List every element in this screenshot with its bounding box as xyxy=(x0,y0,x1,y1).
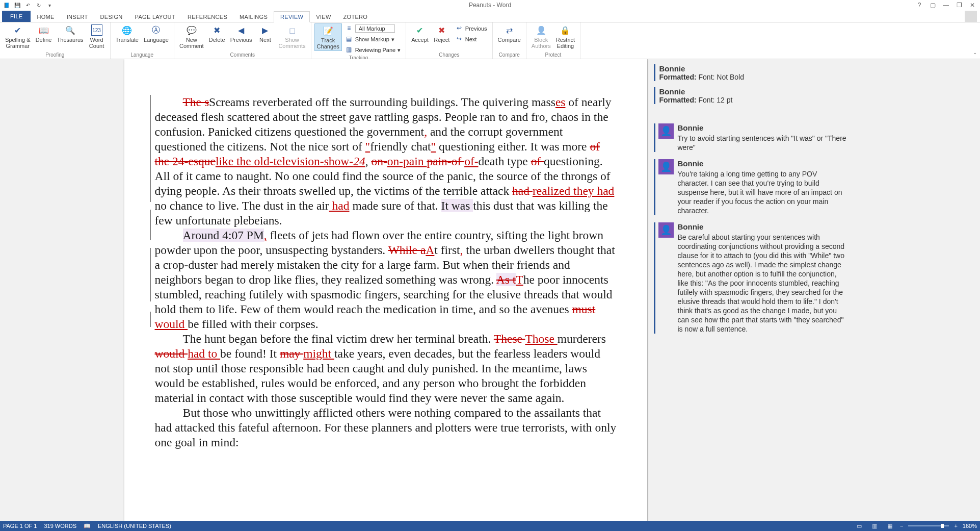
format-change[interactable]: Bonnie Formatted: Font: 12 pt xyxy=(654,87,848,104)
web-layout-button[interactable]: ▦ xyxy=(885,522,895,530)
count-icon: 123 xyxy=(91,24,102,36)
avatar-icon: 👤 xyxy=(658,159,674,174)
change-bar xyxy=(150,95,151,202)
previous-comment-button[interactable]: ◀ Previous xyxy=(228,23,254,44)
word-count-button[interactable]: 123 Word Count xyxy=(87,23,107,50)
document-page[interactable]: The sScreams reverberated off the surrou… xyxy=(124,59,647,521)
track-icon: 📝 xyxy=(323,25,334,36)
group-tracking: 📝 Track Changes ≡All Markup ▤Show Markup… xyxy=(311,22,407,59)
reject-button[interactable]: ✖ Reject xyxy=(432,23,452,44)
zoom-in-button[interactable]: + xyxy=(954,523,957,529)
delete-icon: ✖ xyxy=(211,24,223,36)
prev-change-icon: ↩ xyxy=(455,24,463,32)
zoom-out-button[interactable]: − xyxy=(900,523,903,529)
qat-customize[interactable]: ▾ xyxy=(45,1,54,10)
group-proofing: ✔ Spelling & Grammar 📖 Define 🔍 Thesauru… xyxy=(0,22,111,59)
save-button[interactable]: 💾 xyxy=(13,1,22,10)
ribbon-tabs: FILE HOME INSERT DESIGN PAGE LAYOUT REFE… xyxy=(0,10,980,22)
redo-button[interactable]: ↻ xyxy=(34,1,43,10)
next-change-button[interactable]: ↪Next xyxy=(453,34,489,44)
title-bar: 📘 💾 ↶ ↻ ▾ Peanuts - Word ? ▢ — ❐ ✕ xyxy=(0,0,980,10)
show-comments-button[interactable]: ◻ Show Comments xyxy=(276,23,307,50)
show-markup-button[interactable]: ▤Show Markup ▾ xyxy=(343,34,403,44)
page-count[interactable]: PAGE 1 OF 1 xyxy=(3,523,37,529)
language-icon: Ⓐ xyxy=(150,24,162,36)
restrict-editing-button[interactable]: 🔒 Restrict Editing xyxy=(554,23,577,50)
accept-icon: ✔ xyxy=(414,24,426,36)
track-changes-button[interactable]: 📝 Track Changes xyxy=(314,23,342,51)
help-button[interactable]: ? xyxy=(915,1,924,10)
thesaurus-button[interactable]: 🔍 Thesaurus xyxy=(55,23,86,44)
group-language: 🌐 Translate Ⓐ Language Language xyxy=(111,22,174,59)
showmarkup-icon: ▤ xyxy=(345,35,353,43)
tab-review[interactable]: REVIEW xyxy=(274,11,310,22)
collapse-ribbon-button[interactable]: ⌃ xyxy=(973,52,977,58)
next-change-icon: ↪ xyxy=(455,35,463,43)
change-bar xyxy=(150,210,151,240)
tab-insert[interactable]: INSERT xyxy=(61,12,94,22)
group-protect: 👤 Block Authors 🔒 Restrict Editing Prote… xyxy=(526,22,580,59)
zoom-level[interactable]: 160% xyxy=(963,523,977,529)
accept-button[interactable]: ✔ Accept xyxy=(409,23,431,44)
define-button[interactable]: 📖 Define xyxy=(34,23,54,44)
prev-change-button[interactable]: ↩Previous xyxy=(453,23,489,34)
tab-view[interactable]: VIEW xyxy=(310,12,337,22)
change-bar xyxy=(150,248,151,301)
block-icon: 👤 xyxy=(536,24,547,36)
ribbon: ✔ Spelling & Grammar 📖 Define 🔍 Thesauru… xyxy=(0,22,980,59)
print-layout-button[interactable]: ▥ xyxy=(869,522,880,530)
word-count-status[interactable]: 319 WORDS xyxy=(44,523,76,529)
user-avatar[interactable] xyxy=(965,11,977,22)
block-authors-button[interactable]: 👤 Block Authors xyxy=(529,23,553,50)
avatar-icon: 👤 xyxy=(658,222,674,238)
language-status[interactable]: ENGLISH (UNITED STATES) xyxy=(98,523,171,529)
tab-references[interactable]: REFERENCES xyxy=(181,12,233,22)
zoom-slider[interactable] xyxy=(908,525,949,526)
spelling-grammar-button[interactable]: ✔ Spelling & Grammar xyxy=(3,23,33,50)
ribbon-display-button[interactable]: ▢ xyxy=(928,1,937,10)
window-title: Peanuts - Word xyxy=(469,2,511,9)
undo-button[interactable]: ↶ xyxy=(23,1,33,10)
document-area: The sScreams reverberated off the surrou… xyxy=(0,59,980,521)
zoom-thumb[interactable] xyxy=(941,524,944,528)
group-comments: 💬 New Comment ✖ Delete ◀ Previous ▶ Next… xyxy=(174,22,311,59)
lock-icon: 🔒 xyxy=(560,24,571,36)
format-change[interactable]: Bonnie Formatted: Font: Not Bold xyxy=(654,64,848,81)
compare-icon: ⇄ xyxy=(504,24,515,36)
status-bar: PAGE 1 OF 1 319 WORDS 📖 ENGLISH (UNITED … xyxy=(0,521,980,531)
comment[interactable]: 👤 BonnieTry to avoid starting sentences … xyxy=(654,123,848,152)
restore-button[interactable]: ❐ xyxy=(955,1,964,10)
reviewing-pane-button[interactable]: ▥Reviewing Pane ▾ xyxy=(343,45,403,55)
close-button[interactable]: ✕ xyxy=(968,1,977,10)
proof-icon[interactable]: 📖 xyxy=(84,523,91,529)
minimize-button[interactable]: — xyxy=(941,1,950,10)
comment[interactable]: 👤 BonnieBe careful about starting your s… xyxy=(654,222,848,334)
delete-comment-button[interactable]: ✖ Delete xyxy=(207,23,227,44)
search-icon: 🔍 xyxy=(65,24,76,36)
translate-button[interactable]: 🌐 Translate xyxy=(114,23,141,44)
change-bar xyxy=(150,312,151,327)
language-button[interactable]: Ⓐ Language xyxy=(142,23,171,44)
markup-pane: Bonnie Formatted: Font: Not Bold Bonnie … xyxy=(647,59,856,521)
comment[interactable]: 👤 BonnieYou're taking a long time gettin… xyxy=(654,159,848,215)
tab-home[interactable]: HOME xyxy=(31,12,60,22)
comment-icon: 💬 xyxy=(186,24,197,36)
new-comment-button[interactable]: 💬 New Comment xyxy=(177,23,206,50)
tab-mailings[interactable]: MAILINGS xyxy=(233,12,274,22)
read-mode-button[interactable]: ▭ xyxy=(854,522,864,530)
group-changes: ✔ Accept ✖ Reject ↩Previous ↪Next Change… xyxy=(406,22,492,59)
pane-icon: ▥ xyxy=(345,45,353,54)
tab-file[interactable]: FILE xyxy=(2,11,31,22)
word-icon: 📘 xyxy=(2,1,11,10)
markup-select[interactable]: ≡All Markup xyxy=(343,23,403,34)
document-body[interactable]: The sScreams reverberated off the surrou… xyxy=(155,95,617,450)
tab-zotero[interactable]: ZOTERO xyxy=(337,12,374,22)
show-icon: ◻ xyxy=(286,24,298,36)
next-comment-button[interactable]: ▶ Next xyxy=(255,23,275,44)
book-icon: 📖 xyxy=(38,24,49,36)
markup-icon: ≡ xyxy=(345,24,353,32)
reject-icon: ✖ xyxy=(436,24,447,36)
tab-design[interactable]: DESIGN xyxy=(94,12,129,22)
compare-button[interactable]: ⇄ Compare xyxy=(496,23,523,44)
tab-page-layout[interactable]: PAGE LAYOUT xyxy=(129,12,181,22)
